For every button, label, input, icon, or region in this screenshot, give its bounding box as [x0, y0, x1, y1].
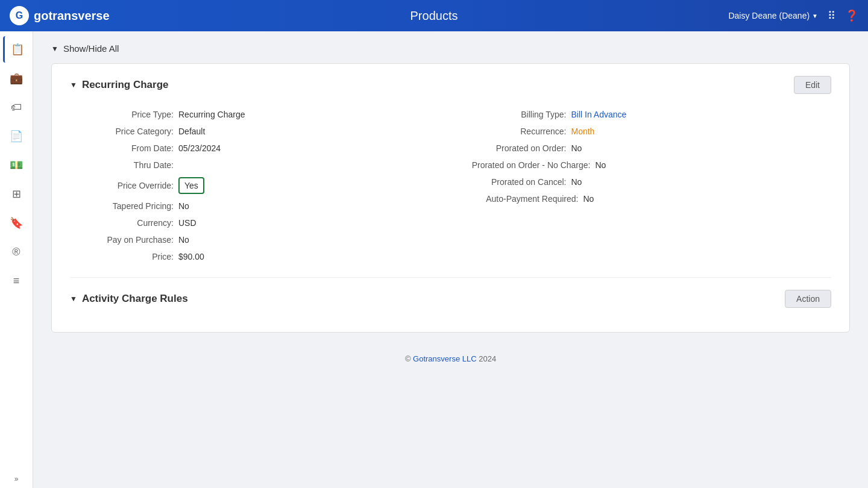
tapered-pricing-label: Tapered Pricing: [70, 201, 178, 211]
field-billing-type: Billing Type: Bill In Advance [463, 106, 832, 123]
price-type-label: Price Type: [70, 110, 178, 119]
sidebar-item-grid[interactable]: ⊞ [3, 181, 30, 207]
field-thru-date: Thru Date: [70, 157, 439, 174]
from-date-value: 05/23/2024 [178, 143, 221, 153]
brand-name: gotransverse [34, 9, 110, 23]
activity-charge-rules-label: Activity Charge Rules [82, 293, 188, 305]
main-layout: 📋 💼 🏷 📄 💵 ⊞ 🔖 ® ≡ » [0, 31, 868, 488]
footer: © Gotransverse LLC 2024 [51, 345, 850, 373]
grid-icon: ⊞ [12, 187, 21, 201]
from-date-label: From Date: [70, 143, 178, 153]
fields-right: Billing Type: Bill In Advance Recurrence… [463, 106, 832, 265]
field-pay-on-purchase: Pay on Purchase: No [70, 231, 439, 248]
currency-label: Currency: [70, 218, 178, 228]
prorated-on-order-label: Prorated on Order: [463, 143, 571, 153]
show-hide-label: Show/Hide All [63, 43, 119, 54]
topnav-right: Daisy Deane (Deane) ▼ ⠿ ❓ [728, 9, 858, 22]
recurrence-label: Recurrence: [463, 127, 571, 136]
top-navigation: G gotransverse Products Daisy Deane (Dea… [0, 0, 868, 31]
sidebar-item-document[interactable]: 📄 [3, 123, 30, 149]
recurring-charge-fields: Price Type: Recurring Charge Price Categ… [70, 106, 831, 265]
action-button[interactable]: Action [785, 290, 831, 308]
fields-left: Price Type: Recurring Charge Price Categ… [70, 106, 439, 265]
sidebar: 📋 💼 🏷 📄 💵 ⊞ 🔖 ® ≡ » [0, 31, 33, 488]
show-hide-all[interactable]: ▼ Show/Hide All [51, 43, 850, 54]
activity-charge-rules-title: ▼ Activity Charge Rules [70, 293, 188, 305]
sidebar-item-briefcase[interactable]: 💼 [3, 65, 30, 92]
recurring-charge-label: Recurring Charge [82, 79, 169, 91]
expand-icon: » [14, 475, 19, 483]
prorated-on-cancel-label: Prorated on Cancel: [463, 177, 571, 187]
field-currency: Currency: USD [70, 214, 439, 231]
sidebar-item-label[interactable]: 🔖 [3, 210, 30, 236]
section-divider [70, 277, 831, 278]
thru-date-label: Thru Date: [70, 160, 178, 170]
help-icon[interactable]: ❓ [845, 9, 858, 22]
recurring-charge-header: ▼ Recurring Charge Edit [70, 76, 831, 94]
field-price-type: Price Type: Recurring Charge [70, 106, 439, 123]
tag-icon: 🏷 [11, 101, 22, 114]
price-category-label: Price Category: [70, 127, 178, 136]
prorated-on-cancel-value: No [571, 177, 582, 187]
sidebar-item-list[interactable]: ≡ [3, 267, 30, 294]
sidebar-item-billing[interactable]: 💵 [3, 152, 30, 178]
prorated-on-order-value: No [571, 143, 582, 153]
registered-icon: ® [12, 246, 20, 258]
field-auto-payment: Auto-Payment Required: No [463, 190, 832, 207]
dashboard-icon: 📋 [11, 43, 24, 56]
user-caret-icon: ▼ [812, 13, 818, 19]
field-from-date: From Date: 05/23/2024 [70, 140, 439, 157]
sidebar-expand[interactable]: » [14, 475, 19, 483]
sidebar-item-registered[interactable]: ® [3, 239, 30, 265]
field-recurrence: Recurrence: Month [463, 123, 832, 140]
main-card: ▼ Recurring Charge Edit Price Type: Recu… [51, 63, 850, 333]
edit-button[interactable]: Edit [794, 76, 831, 94]
price-override-label: Price Override: [70, 181, 178, 190]
label-icon: 🔖 [10, 216, 23, 230]
pay-on-purchase-value: No [178, 235, 189, 245]
footer-link[interactable]: Gotransverse LLC [413, 354, 477, 363]
user-name: Daisy Deane (Deane) [728, 11, 810, 20]
billing-type-value: Bill In Advance [571, 110, 627, 119]
recurring-charge-title: ▼ Recurring Charge [70, 79, 168, 91]
sidebar-item-dashboard[interactable]: 📋 [3, 36, 30, 63]
field-price-override: Price Override: Yes [70, 174, 439, 198]
brand-logo[interactable]: G gotransverse [10, 6, 130, 25]
list-icon: ≡ [13, 275, 20, 287]
recurrence-value: Month [571, 127, 595, 136]
auto-payment-label: Auto-Payment Required: [463, 194, 583, 204]
price-label: Price: [70, 252, 178, 261]
tapered-pricing-value: No [178, 201, 189, 211]
prorated-on-order-no-charge-value: No [596, 160, 606, 170]
field-prorated-on-order-no-charge: Prorated on Order - No Charge: No [463, 157, 832, 174]
footer-year: 2024 [477, 354, 497, 363]
billing-type-label: Billing Type: [463, 110, 571, 119]
briefcase-icon: 💼 [10, 72, 23, 85]
field-price: Price: $90.00 [70, 248, 439, 265]
recurring-charge-triangle: ▼ [70, 81, 77, 89]
billing-icon: 💵 [10, 158, 23, 172]
field-prorated-on-order: Prorated on Order: No [463, 140, 832, 157]
user-menu[interactable]: Daisy Deane (Deane) ▼ [728, 11, 818, 20]
field-price-category: Price Category: Default [70, 123, 439, 140]
activity-charge-triangle: ▼ [70, 295, 77, 303]
activity-charge-rules-header: ▼ Activity Charge Rules Action [70, 290, 831, 308]
price-value: $90.00 [178, 252, 204, 261]
main-content: ▼ Show/Hide All ▼ Recurring Charge Edit … [33, 31, 868, 488]
field-tapered-pricing: Tapered Pricing: No [70, 198, 439, 214]
apps-icon[interactable]: ⠿ [828, 9, 835, 22]
document-icon: 📄 [10, 130, 23, 143]
page-title: Products [410, 9, 458, 23]
sidebar-item-tag[interactable]: 🏷 [3, 94, 30, 120]
currency-value: USD [178, 218, 197, 228]
field-prorated-on-cancel: Prorated on Cancel: No [463, 174, 832, 190]
price-type-value: Recurring Charge [178, 110, 245, 119]
auto-payment-value: No [583, 194, 594, 204]
show-hide-triangle: ▼ [51, 45, 58, 53]
price-override-value: Yes [178, 177, 204, 194]
pay-on-purchase-label: Pay on Purchase: [70, 235, 178, 245]
copyright-symbol: © [405, 354, 413, 363]
prorated-on-order-no-charge-label: Prorated on Order - No Charge: [463, 160, 596, 170]
price-category-value: Default [178, 127, 205, 136]
logo-icon: G [10, 6, 29, 25]
